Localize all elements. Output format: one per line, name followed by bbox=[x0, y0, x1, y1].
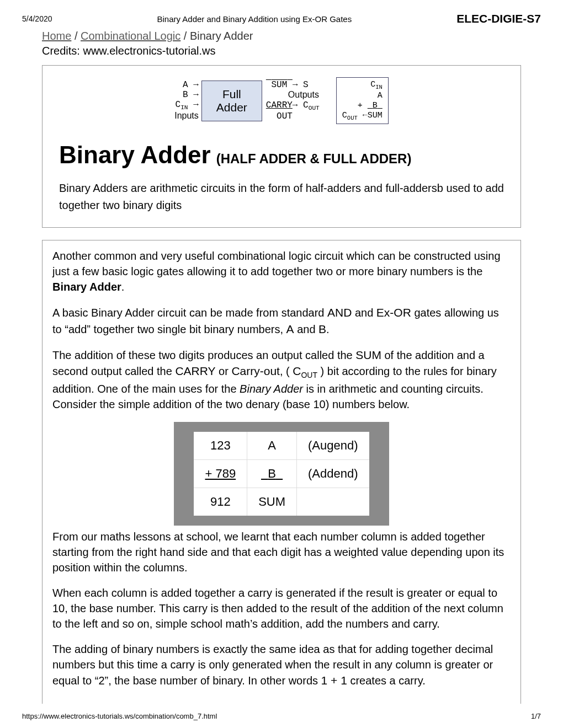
breadcrumb-current: Binary Adder bbox=[190, 30, 253, 42]
credits-line: Credits: www.electronics-tutorial.ws bbox=[42, 45, 541, 57]
paragraph: A basic Binary Adder circuit can be made… bbox=[52, 304, 511, 337]
table-row: 912 SUM bbox=[194, 488, 369, 516]
paragraph: When each column is added together a car… bbox=[52, 585, 511, 631]
doc-code: ELEC-DIGIE-S7 bbox=[456, 12, 541, 25]
denary-addition-figure: 123 A (Augend) + 789 B (Addend) 912 SUM bbox=[52, 422, 511, 526]
body-panel: Another common and very useful combinati… bbox=[42, 240, 521, 704]
addition-notation: CIN A + B COUT ←SUM bbox=[336, 77, 389, 124]
breadcrumb-section[interactable]: Combinational Logic bbox=[81, 30, 180, 42]
breadcrumb: Home / Combinational Logic / Binary Adde… bbox=[42, 30, 541, 42]
paragraph: The adding of binary numbers is exactly … bbox=[52, 641, 511, 688]
page-footer: https://www.electronics-tutorials.ws/com… bbox=[22, 712, 541, 720]
intro-panel: A → B → CIN → Inputs Full Adder bbox=[42, 65, 521, 228]
full-adder-diagram: A → B → CIN → Inputs Full Adder bbox=[174, 77, 389, 125]
title-main: Binary Adder bbox=[59, 141, 211, 169]
intro-text: Binary Adders are arithmetic circuits in… bbox=[59, 180, 504, 214]
footer-url: https://www.electronics-tutorials.ws/com… bbox=[22, 712, 217, 720]
adder-block: Full Adder bbox=[201, 81, 262, 121]
footer-page: 1/7 bbox=[531, 712, 541, 720]
title-sub: (HALF ADDER & FULL ADDER) bbox=[216, 151, 412, 167]
paragraph: Another common and very useful combinati… bbox=[52, 248, 511, 295]
paragraph: From our maths lessons at school, we lea… bbox=[52, 529, 511, 575]
breadcrumb-home[interactable]: Home bbox=[42, 30, 71, 42]
page-header: 5/4/2020 Binary Adder and Binary Additio… bbox=[22, 12, 541, 25]
page-title: Binary Adder (HALF ADDER & FULL ADDER) bbox=[59, 141, 504, 169]
table-row: 123 A (Augend) bbox=[194, 432, 369, 460]
table-row: + 789 B (Addend) bbox=[194, 459, 369, 488]
header-title: Binary Adder and Binary Addition using E… bbox=[157, 14, 352, 24]
print-date: 5/4/2020 bbox=[22, 14, 52, 23]
paragraph: The addition of these two digits produce… bbox=[52, 347, 511, 412]
